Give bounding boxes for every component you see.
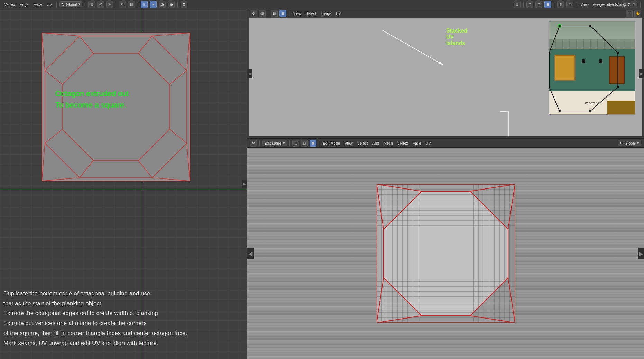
roof-decor [607, 101, 635, 114]
svg-line-14 [187, 33, 190, 71]
select-menu-tr[interactable]: Select [304, 11, 318, 16]
vert-mode-icon[interactable]: ◻ [292, 140, 299, 147]
building-image-area: WHISTLER [249, 18, 642, 136]
top-right-panel: ⊕ ⊞ ⊡ ◼ View Select Image UV + ✋ [247, 9, 644, 139]
mode-icon-br[interactable]: ⊕ [250, 140, 257, 147]
sep-1 [56, 2, 57, 7]
desc-line4: Extrude out vertices one at a time to cr… [3, 319, 187, 329]
sep-10 [640, 2, 641, 7]
viewport-zoom-icon[interactable]: ⊞ [514, 1, 521, 8]
sep-tr-1 [268, 11, 268, 16]
svg-line-6 [169, 129, 187, 143]
view-icon-tr[interactable]: ⊡ [271, 10, 278, 17]
svg-line-8 [80, 160, 93, 178]
mesh-menu-br[interactable]: Add [371, 140, 380, 146]
svg-line-7 [138, 160, 152, 178]
uv-menu-tr[interactable]: UV [334, 11, 342, 16]
desc-line1: Duplicate the bottom edge of octagonal b… [3, 289, 187, 299]
desc-line6: Mark seams, UV unwrap and edit UV's to a… [3, 339, 187, 349]
bottom-right-panel: ⊕ Edit Mode ▾ ◻ ◻ ◼ Edit Mode View Selec… [247, 139, 644, 359]
sep-5 [177, 2, 178, 7]
material-icon[interactable]: ◑ [159, 1, 166, 8]
coord-system-dropdown[interactable]: ⊕ Global ▾ [618, 140, 641, 146]
select-icon[interactable]: ⊡ [128, 1, 135, 8]
add-menu-br[interactable]: Select [356, 140, 369, 146]
filename-area: whistlerobjects.png 2 [593, 0, 630, 9]
view-menu-icon[interactable]: ≡ [631, 1, 637, 8]
svg-line-17 [42, 178, 80, 181]
transform-orientation-dropdown[interactable]: ⊕ Global ▾ [59, 1, 83, 7]
edit-mode-label: Edit Mode [264, 141, 282, 145]
toolbar-uv[interactable]: UV [45, 2, 53, 7]
face-mode-icon[interactable]: ◼ [310, 140, 316, 147]
wood-octagon-svg [377, 184, 515, 323]
solid-icon[interactable]: ● [150, 1, 157, 8]
toolbar-vertex[interactable]: Vertex [3, 2, 16, 7]
toolbar-face[interactable]: Face [32, 2, 43, 7]
sep-br-2 [289, 140, 290, 146]
bottom-right-collapse-left[interactable]: ◀ [247, 248, 254, 259]
face-menu-br[interactable]: Face [411, 140, 422, 146]
filename-label: whistlerobjects.png [593, 2, 625, 7]
top-right-collapse-left[interactable]: ◀ [247, 69, 252, 78]
view-3[interactable]: ◻ [535, 1, 542, 8]
sep-tr-2 [289, 11, 289, 16]
svg-line-5 [169, 71, 187, 84]
shading-icon[interactable]: ⊙ [557, 1, 564, 8]
snap-icon-tr[interactable]: ⊞ [259, 10, 266, 17]
sep-br-3 [319, 140, 319, 146]
vertex-menu-br[interactable]: Mesh [382, 140, 394, 146]
top-right-collapse-right[interactable]: ▶ [639, 69, 644, 78]
image-menu-tr[interactable]: Image [319, 11, 333, 16]
building-window [554, 55, 575, 81]
edit-mode-chevron: ▾ [283, 141, 285, 145]
grid-icon[interactable]: ⠿ [106, 1, 113, 8]
wood-octagon-container [377, 184, 515, 323]
uv-crosshair-horizontal [0, 189, 247, 189]
overlays-icon[interactable]: ⊕ [181, 1, 187, 8]
svg-line-18 [42, 143, 45, 181]
snap-icon[interactable]: ⊞ [88, 1, 95, 8]
building-photo: WHISTLER [549, 21, 635, 115]
pan-tr[interactable]: ✋ [634, 10, 641, 17]
mode-icon-tr[interactable]: ⊕ [250, 10, 257, 17]
view-4[interactable]: ◼ [544, 1, 551, 8]
toolbar-edge[interactable]: Edge [18, 2, 30, 7]
svg-marker-2 [62, 53, 169, 160]
edge-menu-br[interactable]: Vertex [396, 140, 410, 146]
top-right-toolbar: ⊕ ⊞ ⊡ ◼ View Select Image UV + ✋ [247, 9, 644, 18]
svg-line-13 [152, 33, 190, 36]
frame-num: 2 [628, 2, 630, 7]
left-panel-collapse-arrow[interactable]: ▶ [242, 180, 247, 188]
edit-mode-dropdown[interactable]: Edit Mode ▾ [262, 140, 287, 146]
uv-edges-svg [42, 33, 190, 181]
wood-viewport[interactable]: ◀ ▶ [247, 148, 644, 359]
select-menu-br[interactable]: View [343, 140, 354, 146]
uv-menu-br[interactable]: UV [424, 140, 432, 146]
shading2-icon[interactable]: ≡ [566, 1, 573, 8]
proportional-icon[interactable]: ◎ [97, 1, 104, 8]
sep-2 [85, 2, 85, 7]
sep-br-1 [259, 140, 260, 146]
edge-mode-icon[interactable]: ◻ [301, 140, 308, 147]
view-icon[interactable]: 👁 [119, 1, 126, 8]
svg-line-3 [80, 36, 93, 53]
wireframe-icon[interactable]: ◫ [141, 1, 148, 8]
building-mid-section [549, 49, 635, 91]
right-area: ⊕ ⊞ ⊡ ◼ View Select Image UV + ✋ [247, 9, 644, 359]
uv-canvas[interactable]: Octagon extruded out To become a square.… [0, 9, 247, 359]
sep-7 [554, 2, 554, 7]
coord-icon: ⊕ [620, 141, 623, 145]
render-icon[interactable]: ◕ [168, 1, 175, 8]
coord-chevron: ▾ [637, 141, 639, 145]
zoom-in-tr[interactable]: + [626, 10, 633, 17]
view-menu-br[interactable]: Edit Mode [322, 140, 342, 146]
svg-line-11 [42, 33, 80, 36]
toolbar-view-right[interactable]: View [579, 2, 590, 7]
view-2[interactable]: ◻ [526, 1, 533, 8]
svg-rect-0 [42, 33, 190, 181]
view-menu-tr[interactable]: View [292, 11, 303, 16]
bottom-right-collapse-right[interactable]: ▶ [638, 248, 644, 259]
coord-label: Global [625, 141, 636, 145]
uv-icon-tr[interactable]: ◼ [279, 10, 286, 17]
